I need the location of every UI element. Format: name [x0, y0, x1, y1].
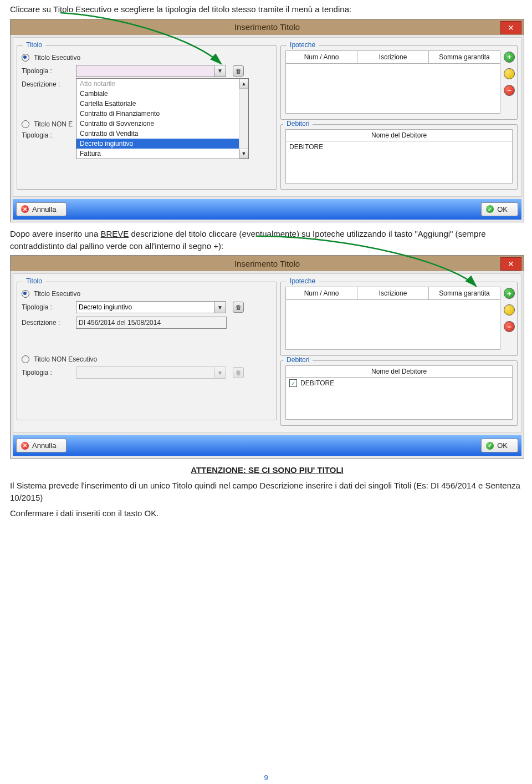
ipo-col-num: Num / Anno: [286, 51, 357, 63]
add-button-2[interactable]: +: [504, 288, 515, 299]
debitori-col-nome: Nome del Debitore: [286, 130, 512, 141]
radio-non-esecutivo-label: Titolo NON E: [34, 120, 73, 128]
tipologia-combo-3[interactable]: ▼: [76, 366, 226, 379]
tipologia-input[interactable]: [76, 65, 214, 77]
cancel-icon: ✕: [21, 205, 29, 213]
tipologia-input-2[interactable]: [76, 301, 214, 313]
window-titlebar: Inserimento Titolo ✕: [11, 19, 524, 35]
ipo-col-somma: Somma garantita: [429, 51, 500, 63]
tipologia-combo-2[interactable]: ▼: [76, 301, 226, 313]
edit-button[interactable]: [504, 68, 515, 79]
radio-esecutivo-label: Titolo Esecutivo: [34, 54, 80, 62]
mid-breve: BREVE: [100, 229, 129, 238]
window-inserimento-1: Inserimento Titolo ✕ Titolo Titolo Esecu…: [10, 19, 524, 222]
chevron-down-icon[interactable]: ▼: [214, 301, 226, 313]
window-inserimento-2: Inserimento Titolo ✕ Titolo Titolo Esecu…: [10, 255, 524, 459]
dd-opt-fattura[interactable]: Fattura: [76, 149, 248, 159]
ok-icon: ✓: [486, 205, 494, 213]
radio-non-esecutivo-label-2: Titolo NON Esecutivo: [34, 355, 97, 363]
descrizione-input[interactable]: DI 456/2014 del 15/08/2014: [76, 317, 227, 329]
dd-opt-cartella[interactable]: Cartella Esattoriale: [76, 99, 248, 109]
debitori-table-2[interactable]: Nome del Debitore ✓ DEBITORE: [285, 365, 513, 420]
ok-label: OK: [497, 205, 508, 213]
mid-text: Dopo avere inserito una BREVE descrizion…: [10, 228, 524, 252]
chevron-down-icon[interactable]: ▼: [214, 65, 226, 77]
dd-opt-decreto[interactable]: Decreto ingiuntivo: [76, 139, 248, 149]
radio-titolo-esecutivo[interactable]: [22, 54, 29, 62]
cancel-label-2: Annulla: [32, 441, 56, 450]
window-bottom-bar-2: ✕ Annulla ✓ OK: [13, 435, 521, 456]
dd-opt-atto[interactable]: Atto notarile: [76, 79, 248, 89]
debitore-name: DEBITORE: [289, 143, 323, 151]
group-ipoteche-label: Ipoteche: [287, 41, 319, 49]
edit-button-2[interactable]: [504, 304, 515, 315]
tipologia-input-3: [76, 366, 214, 379]
close-button[interactable]: ✕: [500, 21, 521, 34]
group-debitori-label-2: Debitori: [283, 356, 313, 364]
cancel-icon: ✕: [21, 442, 29, 450]
window-bottom-bar: ✕ Annulla ✓ OK: [13, 199, 521, 220]
tipologia-label: Tipologia :: [22, 67, 71, 75]
cancel-button[interactable]: ✕ Annulla: [16, 202, 66, 216]
group-titolo-label: Titolo: [23, 41, 45, 49]
para-explain: Il Sistema prevede l'inserimento di un u…: [10, 480, 524, 504]
descrizione-label: Descrizione :: [22, 80, 71, 88]
dd-opt-cambiale[interactable]: Cambiale: [76, 89, 248, 99]
trash-icon[interactable]: 🗑: [233, 302, 244, 313]
ok-label-2: OK: [497, 441, 508, 450]
dd-opt-sovvenzione[interactable]: Contratto di Sovvenzione: [76, 119, 248, 129]
radio-esecutivo-label-2: Titolo Esecutivo: [34, 290, 80, 298]
trash-icon[interactable]: 🗑: [233, 65, 244, 77]
ipoteche-table[interactable]: Num / Anno Iscrizione Somma garantita: [285, 50, 500, 114]
debitori-col-nome-2: Nome del Debitore: [286, 366, 512, 378]
scroll-down-icon[interactable]: ▼: [239, 149, 248, 159]
minus-icon: −: [507, 86, 511, 94]
remove-button[interactable]: −: [504, 85, 515, 96]
debitori-table[interactable]: Nome del Debitore DEBITORE: [285, 129, 513, 184]
ipo-col-iscrizione-2: Iscrizione: [357, 287, 429, 299]
close-button-2[interactable]: ✕: [500, 257, 521, 271]
ok-button-2[interactable]: ✓ OK: [481, 439, 518, 452]
attention-heading: ATTENZIONE: SE CI SONO PIU' TITOLI: [10, 464, 524, 476]
close-icon: ✕: [508, 23, 514, 32]
table-row[interactable]: DEBITORE: [286, 141, 512, 152]
tipologia3-label: Tipologia :: [22, 369, 71, 376]
ok-button[interactable]: ✓ OK: [481, 202, 518, 216]
plus-icon: +: [507, 289, 511, 298]
radio-titolo-esecutivo-2[interactable]: [22, 290, 29, 298]
debitore-checkbox[interactable]: ✓: [289, 379, 297, 387]
window-title: Inserimento Titolo: [234, 22, 300, 32]
dd-opt-finanziamento[interactable]: Contratto di Finanziamento: [76, 109, 248, 119]
tipologia-combo[interactable]: ▼: [76, 65, 226, 77]
ok-icon: ✓: [486, 442, 494, 450]
ipo-col-iscrizione: Iscrizione: [357, 51, 429, 63]
dropdown-scrollbar[interactable]: ▲ ▼: [239, 79, 248, 159]
group-debitori-label: Debitori: [283, 120, 313, 128]
add-button[interactable]: +: [504, 52, 515, 63]
table-row[interactable]: ✓ DEBITORE: [286, 378, 512, 389]
plus-icon: +: [507, 53, 511, 61]
group-titolo-label-2: Titolo: [23, 277, 45, 285]
scroll-up-icon[interactable]: ▲: [239, 79, 248, 89]
tipologia-label-2: Tipologia :: [22, 303, 71, 311]
para-confirm: Confermare i dati inseriti con il tasto …: [10, 507, 524, 520]
tipologia2-label: Tipologia :: [22, 131, 71, 139]
trash-icon: 🗑: [233, 367, 244, 378]
intro-text: Cliccare su Titolo Esecutivo e scegliere…: [10, 3, 524, 16]
ipo-col-num-2: Num / Anno: [286, 287, 357, 299]
remove-button-2[interactable]: −: [504, 321, 515, 332]
dd-opt-vendita[interactable]: Contratto di Vendita: [76, 129, 248, 139]
cancel-label: Annulla: [32, 205, 56, 213]
window-title-2: Inserimento Titolo: [234, 259, 300, 268]
radio-titolo-non-esecutivo[interactable]: [22, 120, 29, 128]
debitore-name-2: DEBITORE: [300, 379, 334, 387]
radio-titolo-non-esecutivo-2[interactable]: [22, 355, 29, 363]
group-ipoteche-label-2: Ipoteche: [287, 277, 319, 285]
ipo-col-somma-2: Somma garantita: [429, 287, 500, 299]
cancel-button-2[interactable]: ✕ Annulla: [16, 439, 66, 452]
minus-icon: −: [507, 323, 511, 331]
close-icon: ✕: [508, 259, 514, 268]
chevron-down-icon: ▼: [214, 366, 226, 379]
ipoteche-table-2[interactable]: Num / Anno Iscrizione Somma garantita: [285, 287, 500, 350]
tipologia-dropdown[interactable]: Atto notarile Cambiale Cartella Esattori…: [76, 78, 249, 159]
